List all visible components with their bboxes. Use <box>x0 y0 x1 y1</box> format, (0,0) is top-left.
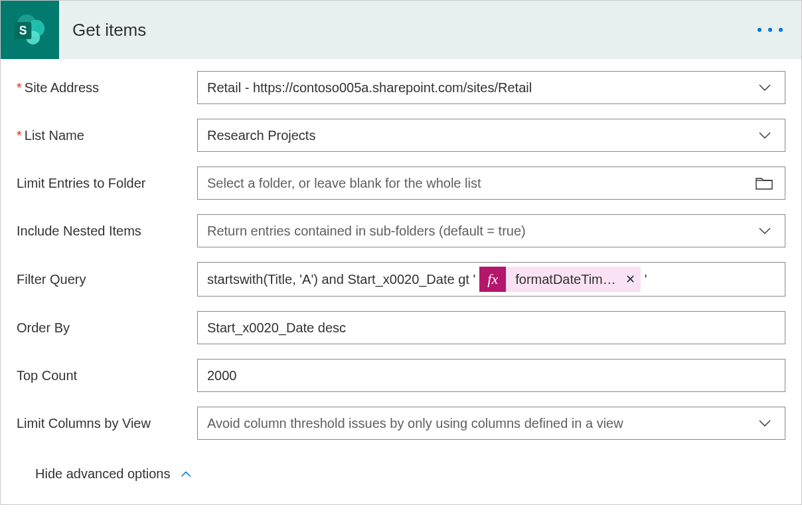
toggle-label: Hide advanced options <box>35 466 170 482</box>
top-count-input[interactable]: 2000 <box>197 359 785 392</box>
field-value: Research Projects <box>207 128 315 143</box>
label-text: Top Count <box>17 368 77 383</box>
list-name-dropdown[interactable]: Research Projects <box>197 119 785 152</box>
expression-label: formatDateTim… <box>515 272 616 287</box>
label-text: Include Nested Items <box>17 224 141 239</box>
sharepoint-icon: S <box>1 1 59 59</box>
field-placeholder: Select a folder, or leave blank for the … <box>207 176 481 191</box>
order-by-input[interactable]: Start_x0020_Date desc <box>197 311 785 344</box>
limit-columns-dropdown[interactable]: Avoid column threshold issues by only us… <box>197 407 785 440</box>
field-placeholder: Return entries contained in sub-folders … <box>207 224 526 239</box>
label-text: Site Address <box>25 80 99 96</box>
field-value: Retail - https://contoso005a.sharepoint.… <box>207 80 532 96</box>
hide-advanced-options-toggle[interactable]: Hide advanced options <box>17 454 785 498</box>
label-list-name: * List Name <box>17 128 197 143</box>
filter-text-after: ' <box>645 272 647 287</box>
label-site-address: * Site Address <box>17 80 197 96</box>
label-text: Order By <box>17 320 70 336</box>
card-header[interactable]: S Get items <box>1 1 801 59</box>
include-nested-dropdown[interactable]: Return entries contained in sub-folders … <box>197 214 785 247</box>
label-text: Filter Query <box>17 272 86 287</box>
field-placeholder: Avoid column threshold issues by only us… <box>207 416 623 431</box>
filter-text-before: startswith(Title, 'A') and Start_x0020_D… <box>207 272 475 287</box>
chevron-down-icon <box>757 80 773 96</box>
label-text: Limit Columns by View <box>17 416 151 431</box>
label-text: Limit Entries to Folder <box>17 176 146 191</box>
remove-expression-button[interactable]: ✕ <box>625 272 635 287</box>
site-address-dropdown[interactable]: Retail - https://contoso005a.sharepoint.… <box>197 71 785 104</box>
label-filter-query: Filter Query <box>17 272 197 287</box>
chevron-up-icon <box>179 468 193 481</box>
required-marker: * <box>17 80 22 96</box>
label-text: List Name <box>25 128 84 143</box>
ellipsis-icon <box>758 28 762 32</box>
card-menu-button[interactable] <box>758 28 783 32</box>
card-title: Get items <box>59 20 146 40</box>
filter-query-input[interactable]: startswith(Title, 'A') and Start_x0020_D… <box>197 262 785 297</box>
limit-folder-input[interactable]: Select a folder, or leave blank for the … <box>197 166 785 200</box>
label-limit-folder: Limit Entries to Folder <box>17 176 197 191</box>
folder-picker-button[interactable] <box>756 176 773 190</box>
required-marker: * <box>17 128 22 143</box>
chevron-down-icon <box>757 127 773 143</box>
chevron-down-icon <box>757 223 773 239</box>
fx-icon: fx <box>479 267 506 292</box>
field-value: Start_x0020_Date desc <box>207 320 346 336</box>
label-top-count: Top Count <box>17 368 197 383</box>
ellipsis-icon <box>779 28 783 32</box>
label-include-nested: Include Nested Items <box>17 224 197 239</box>
chevron-down-icon <box>757 415 773 431</box>
ellipsis-icon <box>768 28 772 32</box>
action-card: S Get items * Site Address Retail - http… <box>0 0 802 505</box>
label-order-by: Order By <box>17 320 197 336</box>
svg-text:S: S <box>19 24 27 37</box>
label-limit-columns: Limit Columns by View <box>17 416 197 431</box>
field-value: 2000 <box>207 368 237 383</box>
card-body: * Site Address Retail - https://contoso0… <box>1 59 801 504</box>
expression-chip[interactable]: fx formatDateTim… ✕ <box>479 267 641 292</box>
